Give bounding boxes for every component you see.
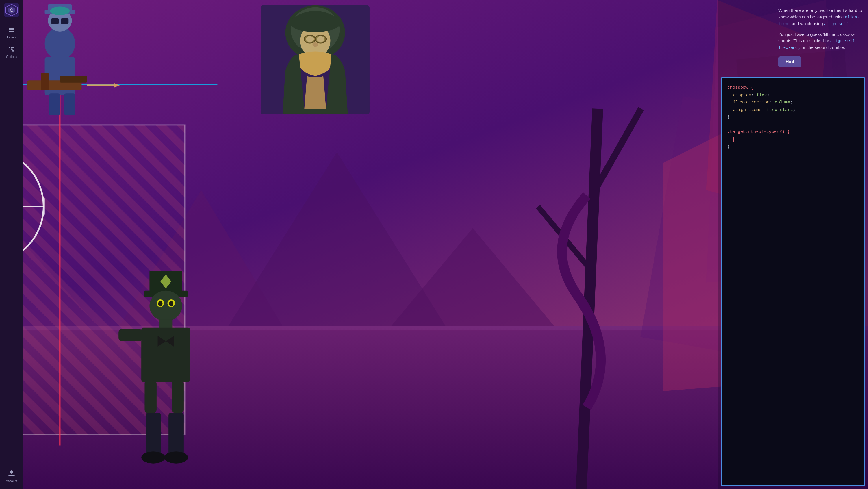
svg-rect-12 [12, 50, 13, 52]
svg-rect-10 [10, 47, 11, 48]
svg-point-102 [141, 452, 165, 463]
code-line-8[interactable] [733, 136, 859, 143]
svg-point-103 [164, 452, 188, 463]
svg-rect-60 [60, 76, 87, 83]
svg-point-49 [45, 27, 75, 60]
svg-rect-11 [11, 49, 12, 50]
svg-rect-64 [64, 93, 75, 115]
svg-text:⬡: ⬡ [10, 8, 13, 12]
svg-rect-6 [9, 31, 14, 32]
options-label: Options [6, 55, 17, 58]
dialogue-text-1b: and which using [790, 21, 824, 26]
svg-rect-97 [119, 329, 143, 341]
main-area: When there are only two like this it's h… [23, 0, 868, 489]
app-container: ⬡ Levels [0, 0, 868, 489]
app-logo[interactable]: ⬡ [4, 3, 19, 17]
svg-rect-63 [49, 93, 60, 115]
svg-rect-54 [61, 19, 68, 24]
svg-point-113 [316, 36, 325, 42]
svg-point-114 [312, 42, 318, 47]
code-line-4: align-items: flex-start; [733, 106, 859, 114]
dialogue-text-2b: on the second zombie. [800, 45, 845, 50]
options-icon [8, 46, 15, 54]
levels-label: Levels [7, 35, 16, 39]
sidebar-item-levels[interactable]: Levels [0, 23, 23, 42]
svg-point-91 [158, 301, 162, 307]
dialogue-keyword-2: align-self [824, 22, 848, 26]
code-editor-container[interactable]: crossbow { display: flex; flex-direction… [721, 78, 865, 486]
svg-point-13 [10, 470, 13, 474]
npc-dialogue: When there are only two like this it's h… [778, 6, 862, 69]
code-line-7: .target:nth-of-type(2) { [727, 128, 859, 136]
account-icon [8, 469, 15, 478]
code-line-5: } [727, 114, 859, 121]
account-label: Account [6, 479, 17, 483]
right-panel: When there are only two like this it's h… [718, 0, 868, 489]
svg-rect-100 [146, 413, 161, 456]
svg-rect-98 [145, 380, 156, 413]
code-line-3: flex-direction: column; [733, 99, 859, 106]
levels-icon [8, 27, 15, 34]
dialogue-text-1c: . [848, 21, 849, 26]
svg-rect-4 [9, 28, 14, 29]
dialogue-paragraph-2: You just have to guess 'till the crossbo… [778, 31, 862, 51]
svg-rect-5 [9, 29, 14, 30]
svg-point-92 [169, 301, 174, 307]
svg-rect-94 [141, 328, 190, 382]
svg-point-56 [50, 7, 70, 15]
code-line-9: } [727, 143, 859, 151]
npc-area: When there are only two like this it's h… [718, 0, 868, 74]
svg-rect-101 [168, 413, 184, 456]
sidebar-item-options[interactable]: Options [0, 42, 23, 62]
code-line-1: crossbow { [727, 84, 859, 92]
sidebar: ⬡ Levels [0, 0, 23, 489]
sidebar-item-account[interactable]: Account [0, 466, 23, 486]
dialogue-keyword-4: flex-end; [778, 45, 800, 50]
svg-point-112 [305, 36, 314, 42]
dialogue-keyword-3: align-self: [831, 39, 857, 43]
svg-rect-59 [41, 73, 49, 90]
svg-point-88 [149, 291, 182, 321]
code-line-2: display: flex; [733, 92, 859, 99]
hint-button[interactable]: Hint [778, 56, 801, 67]
dialogue-paragraph-1: When there are only two like this it's h… [778, 7, 862, 27]
svg-rect-99 [172, 380, 184, 413]
svg-rect-53 [51, 19, 59, 24]
code-line-6 [727, 121, 859, 129]
code-editor[interactable]: crossbow { display: flex; flex-direction… [721, 78, 864, 485]
